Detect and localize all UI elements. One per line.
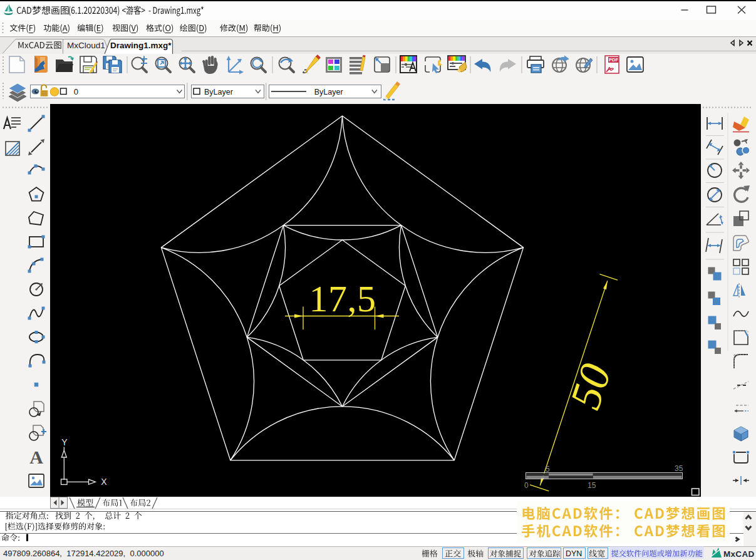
svg-text:MxCloud1: MxCloud1 bbox=[67, 41, 105, 50]
svg-text:PDF: PDF bbox=[609, 57, 618, 63]
svg-text:Y: Y bbox=[61, 437, 68, 447]
svg-text:50: 50 bbox=[561, 358, 620, 415]
svg-text:Drawing1.mxg*: Drawing1.mxg* bbox=[110, 41, 172, 50]
svg-text:0: 0 bbox=[524, 481, 529, 490]
svg-text:A: A bbox=[29, 447, 43, 467]
svg-text:5: 5 bbox=[546, 465, 550, 474]
svg-text:35: 35 bbox=[675, 464, 683, 473]
svg-text:15: 15 bbox=[588, 481, 596, 490]
svg-text:X: X bbox=[101, 477, 107, 487]
svg-text:17,5: 17,5 bbox=[309, 278, 376, 319]
